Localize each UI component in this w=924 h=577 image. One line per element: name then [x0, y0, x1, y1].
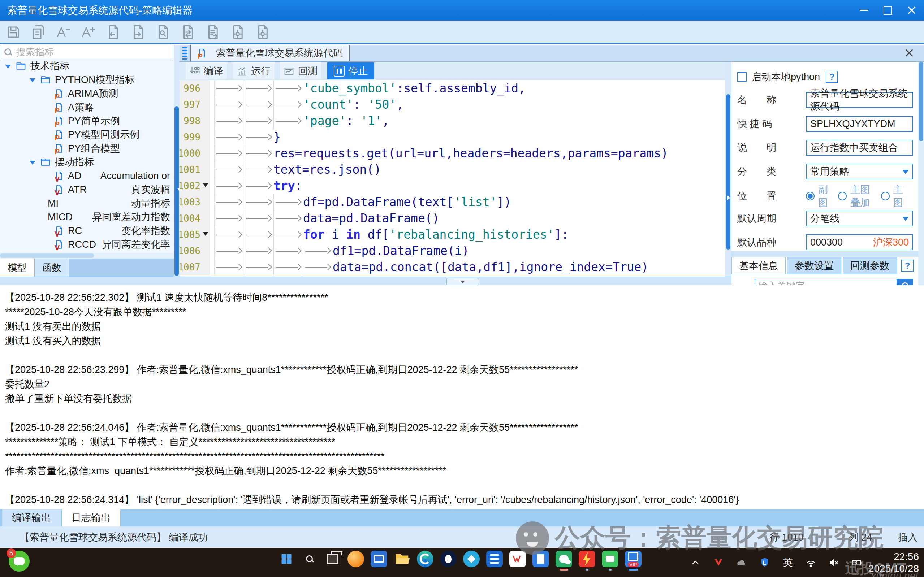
browser-orange-icon[interactable]	[347, 551, 364, 567]
splitter-handle[interactable]	[447, 278, 479, 285]
sidebar-horizontal-scrollbar[interactable]	[0, 253, 174, 258]
minimize-button[interactable]	[855, 3, 873, 18]
maximize-button[interactable]	[879, 3, 897, 18]
help-button[interactable]: ?	[901, 259, 914, 272]
tree-item[interactable]: MI动量指标	[0, 197, 174, 210]
help-button[interactable]: ?	[826, 71, 838, 83]
indicator-tree[interactable]: 技术指标PYTHON模型指标PARIMA预测PA策略PPY简单示例PPY模型回测…	[0, 59, 174, 253]
search-icon[interactable]	[301, 551, 318, 567]
property-input[interactable]: 000300沪深300	[806, 234, 913, 250]
radio-selected[interactable]	[806, 192, 814, 200]
file-explorer-icon[interactable]	[394, 551, 410, 567]
docs-blue-icon[interactable]	[532, 551, 549, 567]
thunder-icon[interactable]	[579, 551, 595, 567]
horizontal-splitter[interactable]	[0, 277, 731, 285]
fold-marker-icon[interactable]	[202, 178, 210, 194]
tree-item[interactable]: 摆动指标	[0, 155, 174, 169]
wps-v-icon[interactable]	[712, 556, 725, 569]
property-input[interactable]: 运行指数中买卖组合	[806, 140, 913, 156]
search-input[interactable]	[16, 46, 170, 58]
chat-green-icon[interactable]	[602, 551, 618, 567]
font-increase-button[interactable]	[81, 24, 96, 40]
tree-item[interactable]: PYTHON模型指标	[0, 73, 174, 87]
sidebar-tab-item[interactable]: 函数	[35, 258, 69, 277]
undo-button[interactable]	[105, 24, 121, 40]
doc-export-button[interactable]	[205, 24, 220, 40]
backtest-button[interactable]: 回测	[280, 63, 321, 79]
lang-icon[interactable]: 英	[782, 556, 794, 569]
start-icon[interactable]	[278, 551, 295, 567]
tree-item[interactable]: VATR真实波幅	[0, 183, 174, 197]
tree-item[interactable]: VRC变化率指数	[0, 224, 174, 238]
tab-item[interactable]: 回测参数	[843, 257, 897, 274]
find-in-doc-button[interactable]	[155, 24, 171, 40]
property-input[interactable]: 索普量化雪球交易系统源代码	[806, 92, 913, 108]
panel-vertical-scrollbar[interactable]	[918, 62, 924, 293]
scrollbar-thumb[interactable]	[0, 253, 94, 258]
save-button[interactable]	[6, 24, 21, 40]
font-decrease-button[interactable]	[56, 24, 71, 40]
tab-item[interactable]: 参数设置	[787, 257, 841, 274]
fold-marker-icon[interactable]	[202, 226, 210, 243]
expand-arrow-icon[interactable]	[30, 161, 35, 168]
radio-option[interactable]	[881, 192, 890, 200]
doc-settings-button[interactable]	[230, 24, 245, 40]
battery-icon[interactable]	[851, 556, 863, 569]
splitter-thumb[interactable]	[726, 94, 730, 250]
close-document-button[interactable]	[905, 48, 914, 58]
app-blue-icon[interactable]	[371, 551, 387, 567]
tree-item[interactable]: 技术指标	[0, 59, 174, 73]
redo-button[interactable]	[131, 24, 145, 40]
document-tab[interactable]: P 索普量化雪球交易系统源代码	[190, 45, 350, 61]
tree-item[interactable]: PPY模型回测示例	[0, 128, 174, 142]
run-button[interactable]: 运行	[233, 63, 274, 79]
tree-item[interactable]: VRCCD异同离差变化率	[0, 238, 174, 251]
property-input[interactable]: SPLHXQJYXTYDM	[806, 116, 913, 132]
trading-app-icon[interactable]	[486, 551, 503, 567]
local-python-checkbox[interactable]	[737, 72, 747, 82]
tree-item[interactable]: PA策略	[0, 100, 174, 114]
wechat-icon[interactable]	[556, 551, 572, 567]
volume-muted-icon[interactable]	[828, 556, 840, 569]
tree-item[interactable]: PPY简单示例	[0, 114, 174, 128]
save-all-button[interactable]	[31, 24, 46, 40]
qmt-icon[interactable]: VIP	[625, 551, 642, 567]
doc-compare-button[interactable]	[180, 24, 195, 40]
scrollbar-thumb[interactable]	[919, 62, 923, 141]
property-dropdown[interactable]: 分笔线	[806, 211, 913, 226]
indicator-search-box[interactable]	[1, 45, 173, 59]
browser-compass-icon[interactable]	[463, 551, 480, 567]
task-view-icon[interactable]	[324, 551, 341, 567]
qq-icon[interactable]	[440, 551, 456, 567]
property-dropdown[interactable]: 常用策略	[806, 164, 913, 179]
expand-arrow-icon[interactable]	[5, 64, 11, 71]
left-splitter[interactable]	[174, 45, 179, 277]
output-tab-item[interactable]: 编译输出	[2, 509, 61, 527]
tree-item[interactable]: MICD异同离差动力指数	[0, 210, 174, 224]
doc-settings-2-button[interactable]	[255, 24, 270, 40]
taskbar-clock[interactable]: 22:56 2025/10/28	[868, 551, 919, 574]
expand-arrow-icon[interactable]	[30, 78, 35, 85]
line-number: 996	[179, 80, 202, 97]
code-editor[interactable]: 996'cube_symbol':self.assembly_id,997'co…	[179, 80, 725, 277]
notification-bubble-icon[interactable]: 5	[9, 551, 30, 572]
close-button[interactable]	[902, 3, 921, 18]
log-output-area[interactable]: 【2025-10-28 22:56:22.302】 测试1 速度太快随机等待时间…	[0, 285, 924, 509]
right-splitter[interactable]	[725, 62, 731, 277]
edge-icon[interactable]	[417, 551, 434, 567]
radio-option[interactable]	[838, 192, 847, 200]
wps-icon[interactable]	[509, 551, 526, 567]
output-tab-active[interactable]: 日志输出	[62, 509, 120, 527]
stop-button[interactable]: 停止	[327, 63, 374, 79]
tree-item[interactable]: PARIMA预测	[0, 87, 174, 100]
tab-active[interactable]: 基本信息	[732, 257, 786, 274]
compile-button[interactable]: 编译	[185, 63, 227, 79]
tab-grip-icon[interactable]	[182, 47, 187, 60]
security-shield-icon[interactable]	[759, 556, 771, 569]
wifi-icon[interactable]	[805, 556, 817, 569]
tree-item[interactable]: PPY组合模型	[0, 142, 174, 155]
cloud-gray-icon[interactable]	[735, 556, 748, 569]
tree-item[interactable]: VADAccumulation or	[0, 169, 174, 183]
chevron-up-icon[interactable]	[689, 556, 701, 569]
sidebar-tab-active[interactable]: 模型	[0, 258, 35, 277]
